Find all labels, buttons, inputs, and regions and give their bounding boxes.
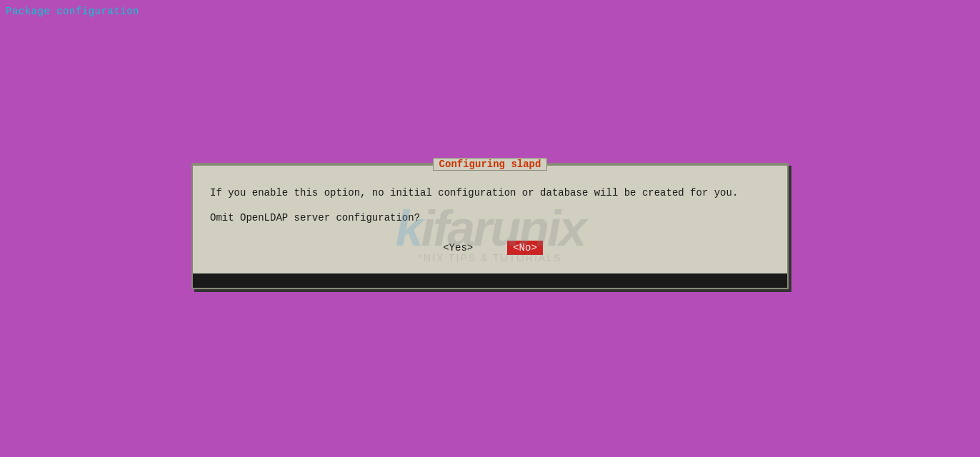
package-config-label: Package configuration	[6, 6, 139, 17]
dialog-title-bar: Configuring slapd	[193, 157, 787, 171]
dialog-title: Configuring slapd	[433, 158, 548, 171]
dialog-content: If you enable this option, no initial co…	[193, 171, 787, 273]
dialog-body-text: If you enable this option, no initial co…	[210, 186, 770, 201]
dialog-question: Omit OpenLDAP server configuration?	[210, 212, 770, 224]
dialog-container: Configuring slapd If you enable this opt…	[191, 163, 789, 289]
dialog-buttons: <Yes> <No>	[210, 235, 770, 266]
no-button[interactable]: <No>	[507, 241, 543, 255]
yes-button[interactable]: <Yes>	[437, 241, 479, 255]
dialog-bottom-bar	[193, 273, 787, 288]
